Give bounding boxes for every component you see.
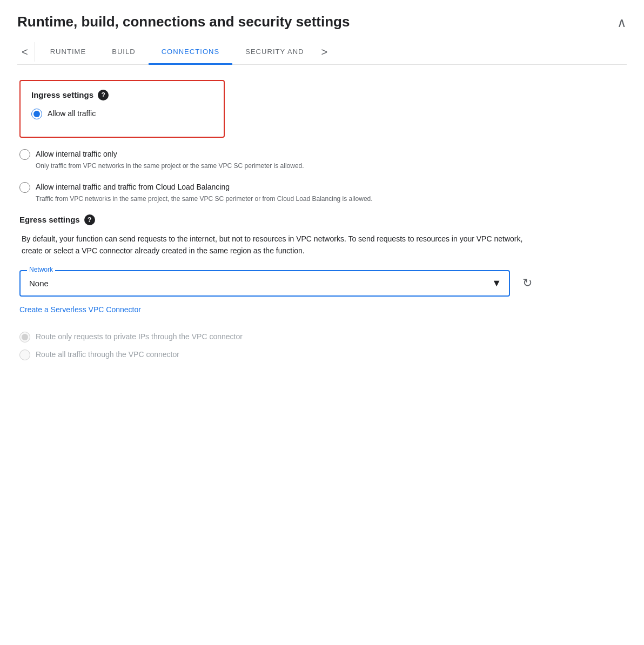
ingress-section: Ingress settings ? Allow all traffic — [19, 80, 225, 138]
route-private-ips-label[interactable]: Route only requests to private IPs throu… — [36, 331, 243, 342]
ingress-help-icon[interactable]: ? — [98, 90, 109, 100]
ingress-allow-all-label[interactable]: Allow all traffic — [48, 108, 96, 119]
ingress-internal-lb-content: Allow internal traffic and traffic from … — [36, 182, 373, 204]
ingress-title: Ingress settings ? — [31, 90, 213, 100]
ingress-internal-lb-desc: Traffic from VPC networks in the same pr… — [36, 194, 373, 204]
tab-next-button[interactable]: > — [317, 42, 332, 63]
egress-description: By default, your function can send reque… — [19, 233, 538, 257]
route-all-traffic-option: Route all traffic through the VPC connec… — [19, 349, 625, 360]
ingress-internal-only-desc: Only traffic from VPC networks in the sa… — [36, 161, 304, 171]
tab-prev-button[interactable]: < — [17, 42, 32, 63]
ingress-internal-only-content: Allow internal traffic only Only traffic… — [36, 149, 304, 171]
refresh-icon: ↻ — [522, 276, 532, 290]
network-select[interactable]: None — [21, 271, 509, 295]
tabs-container: < RUNTIME BUILD CONNECTIONS SECURITY AND… — [17, 40, 627, 65]
page-header: Runtime, build, connections and security… — [17, 13, 627, 31]
network-label: Network — [27, 266, 55, 273]
ingress-internal-lb-radio[interactable] — [19, 182, 30, 193]
route-all-traffic-radio[interactable] — [19, 350, 30, 360]
egress-title: Egress settings ? — [19, 214, 625, 225]
ingress-allow-all-option: Allow all traffic — [31, 108, 213, 119]
tab-connections[interactable]: CONNECTIONS — [149, 40, 233, 65]
collapse-icon[interactable]: ∧ — [617, 15, 627, 30]
tab-runtime[interactable]: RUNTIME — [37, 40, 99, 65]
route-all-traffic-label[interactable]: Route all traffic through the VPC connec… — [36, 349, 179, 360]
network-field-wrapper: Network None ▼ ↻ — [19, 270, 538, 297]
egress-title-text: Egress settings — [19, 215, 80, 224]
refresh-button[interactable]: ↻ — [516, 272, 538, 294]
ingress-internal-lb-label[interactable]: Allow internal traffic and traffic from … — [36, 183, 230, 191]
tab-security[interactable]: SECURITY AND — [232, 40, 317, 65]
ingress-internal-only-option: Allow internal traffic only Only traffic… — [19, 149, 625, 171]
tab-divider — [35, 42, 35, 62]
ingress-allow-all-radio[interactable] — [31, 109, 42, 119]
route-options: Route only requests to private IPs throu… — [19, 331, 625, 360]
egress-section: Egress settings ? By default, your funct… — [19, 214, 625, 257]
ingress-internal-only-radio[interactable] — [19, 149, 30, 160]
connections-content: Ingress settings ? Allow all traffic All… — [17, 80, 627, 360]
route-private-ips-option: Route only requests to private IPs throu… — [19, 331, 625, 342]
ingress-title-text: Ingress settings — [31, 90, 93, 99]
egress-help-icon[interactable]: ? — [84, 214, 95, 225]
network-select-container: Network None ▼ — [19, 270, 510, 297]
create-vpc-connector-link[interactable]: Create a Serverless VPC Connector — [19, 305, 141, 314]
ingress-internal-lb-option: Allow internal traffic and traffic from … — [19, 182, 625, 204]
route-private-ips-radio[interactable] — [19, 332, 30, 342]
ingress-internal-only-label[interactable]: Allow internal traffic only — [36, 150, 117, 158]
page-title: Runtime, build, connections and security… — [17, 13, 350, 31]
tab-build[interactable]: BUILD — [99, 40, 149, 65]
network-field: Network None ▼ ↻ — [19, 270, 538, 297]
